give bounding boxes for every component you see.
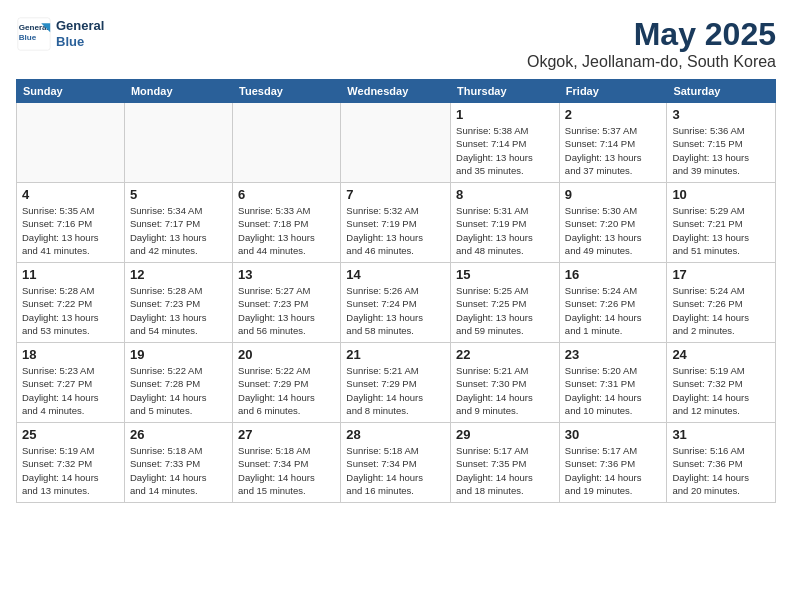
day-info: Sunrise: 5:16 AM Sunset: 7:36 PM Dayligh… xyxy=(672,444,770,497)
calendar-cell: 31Sunrise: 5:16 AM Sunset: 7:36 PM Dayli… xyxy=(667,423,776,503)
calendar-cell: 24Sunrise: 5:19 AM Sunset: 7:32 PM Dayli… xyxy=(667,343,776,423)
calendar-cell: 11Sunrise: 5:28 AM Sunset: 7:22 PM Dayli… xyxy=(17,263,125,343)
calendar-cell xyxy=(233,103,341,183)
calendar-cell xyxy=(124,103,232,183)
weekday-header-saturday: Saturday xyxy=(667,80,776,103)
day-number: 16 xyxy=(565,267,662,282)
calendar-cell: 13Sunrise: 5:27 AM Sunset: 7:23 PM Dayli… xyxy=(233,263,341,343)
week-row-1: 1Sunrise: 5:38 AM Sunset: 7:14 PM Daylig… xyxy=(17,103,776,183)
logo-blue: Blue xyxy=(56,34,104,50)
day-number: 24 xyxy=(672,347,770,362)
weekday-header-tuesday: Tuesday xyxy=(233,80,341,103)
day-info: Sunrise: 5:32 AM Sunset: 7:19 PM Dayligh… xyxy=(346,204,445,257)
day-number: 28 xyxy=(346,427,445,442)
day-info: Sunrise: 5:22 AM Sunset: 7:28 PM Dayligh… xyxy=(130,364,227,417)
day-number: 11 xyxy=(22,267,119,282)
day-number: 13 xyxy=(238,267,335,282)
calendar-cell: 16Sunrise: 5:24 AM Sunset: 7:26 PM Dayli… xyxy=(559,263,667,343)
calendar-cell: 3Sunrise: 5:36 AM Sunset: 7:15 PM Daylig… xyxy=(667,103,776,183)
day-info: Sunrise: 5:37 AM Sunset: 7:14 PM Dayligh… xyxy=(565,124,662,177)
day-info: Sunrise: 5:29 AM Sunset: 7:21 PM Dayligh… xyxy=(672,204,770,257)
day-info: Sunrise: 5:31 AM Sunset: 7:19 PM Dayligh… xyxy=(456,204,554,257)
calendar-cell: 21Sunrise: 5:21 AM Sunset: 7:29 PM Dayli… xyxy=(341,343,451,423)
calendar-cell: 12Sunrise: 5:28 AM Sunset: 7:23 PM Dayli… xyxy=(124,263,232,343)
page-header: General Blue General Blue May 2025 Okgok… xyxy=(16,16,776,71)
calendar-cell: 22Sunrise: 5:21 AM Sunset: 7:30 PM Dayli… xyxy=(451,343,560,423)
calendar-cell: 2Sunrise: 5:37 AM Sunset: 7:14 PM Daylig… xyxy=(559,103,667,183)
day-info: Sunrise: 5:26 AM Sunset: 7:24 PM Dayligh… xyxy=(346,284,445,337)
calendar-cell: 29Sunrise: 5:17 AM Sunset: 7:35 PM Dayli… xyxy=(451,423,560,503)
week-row-5: 25Sunrise: 5:19 AM Sunset: 7:32 PM Dayli… xyxy=(17,423,776,503)
calendar-cell: 26Sunrise: 5:18 AM Sunset: 7:33 PM Dayli… xyxy=(124,423,232,503)
day-info: Sunrise: 5:22 AM Sunset: 7:29 PM Dayligh… xyxy=(238,364,335,417)
logo-general: General xyxy=(56,18,104,34)
logo-icon: General Blue xyxy=(16,16,52,52)
day-info: Sunrise: 5:35 AM Sunset: 7:16 PM Dayligh… xyxy=(22,204,119,257)
day-number: 9 xyxy=(565,187,662,202)
calendar-cell: 23Sunrise: 5:20 AM Sunset: 7:31 PM Dayli… xyxy=(559,343,667,423)
day-info: Sunrise: 5:33 AM Sunset: 7:18 PM Dayligh… xyxy=(238,204,335,257)
weekday-header-row: SundayMondayTuesdayWednesdayThursdayFrid… xyxy=(17,80,776,103)
day-number: 15 xyxy=(456,267,554,282)
day-number: 1 xyxy=(456,107,554,122)
day-number: 8 xyxy=(456,187,554,202)
subtitle: Okgok, Jeollanam-do, South Korea xyxy=(527,53,776,71)
week-row-4: 18Sunrise: 5:23 AM Sunset: 7:27 PM Dayli… xyxy=(17,343,776,423)
calendar-table: SundayMondayTuesdayWednesdayThursdayFrid… xyxy=(16,79,776,503)
day-info: Sunrise: 5:28 AM Sunset: 7:23 PM Dayligh… xyxy=(130,284,227,337)
day-number: 3 xyxy=(672,107,770,122)
calendar-cell: 15Sunrise: 5:25 AM Sunset: 7:25 PM Dayli… xyxy=(451,263,560,343)
calendar-cell: 28Sunrise: 5:18 AM Sunset: 7:34 PM Dayli… xyxy=(341,423,451,503)
day-number: 12 xyxy=(130,267,227,282)
day-info: Sunrise: 5:24 AM Sunset: 7:26 PM Dayligh… xyxy=(565,284,662,337)
day-number: 10 xyxy=(672,187,770,202)
calendar-cell: 14Sunrise: 5:26 AM Sunset: 7:24 PM Dayli… xyxy=(341,263,451,343)
logo: General Blue General Blue xyxy=(16,16,104,52)
calendar-cell: 25Sunrise: 5:19 AM Sunset: 7:32 PM Dayli… xyxy=(17,423,125,503)
day-number: 23 xyxy=(565,347,662,362)
day-info: Sunrise: 5:30 AM Sunset: 7:20 PM Dayligh… xyxy=(565,204,662,257)
week-row-3: 11Sunrise: 5:28 AM Sunset: 7:22 PM Dayli… xyxy=(17,263,776,343)
day-info: Sunrise: 5:19 AM Sunset: 7:32 PM Dayligh… xyxy=(22,444,119,497)
day-number: 4 xyxy=(22,187,119,202)
calendar-cell xyxy=(341,103,451,183)
calendar-cell: 18Sunrise: 5:23 AM Sunset: 7:27 PM Dayli… xyxy=(17,343,125,423)
day-number: 5 xyxy=(130,187,227,202)
day-info: Sunrise: 5:17 AM Sunset: 7:36 PM Dayligh… xyxy=(565,444,662,497)
calendar-cell: 27Sunrise: 5:18 AM Sunset: 7:34 PM Dayli… xyxy=(233,423,341,503)
day-number: 27 xyxy=(238,427,335,442)
day-number: 25 xyxy=(22,427,119,442)
day-number: 22 xyxy=(456,347,554,362)
calendar-cell: 1Sunrise: 5:38 AM Sunset: 7:14 PM Daylig… xyxy=(451,103,560,183)
day-info: Sunrise: 5:17 AM Sunset: 7:35 PM Dayligh… xyxy=(456,444,554,497)
day-info: Sunrise: 5:24 AM Sunset: 7:26 PM Dayligh… xyxy=(672,284,770,337)
weekday-header-wednesday: Wednesday xyxy=(341,80,451,103)
day-number: 31 xyxy=(672,427,770,442)
day-number: 19 xyxy=(130,347,227,362)
calendar-cell: 9Sunrise: 5:30 AM Sunset: 7:20 PM Daylig… xyxy=(559,183,667,263)
day-number: 2 xyxy=(565,107,662,122)
calendar-cell: 8Sunrise: 5:31 AM Sunset: 7:19 PM Daylig… xyxy=(451,183,560,263)
svg-text:Blue: Blue xyxy=(19,33,37,42)
calendar-cell: 20Sunrise: 5:22 AM Sunset: 7:29 PM Dayli… xyxy=(233,343,341,423)
calendar-cell: 5Sunrise: 5:34 AM Sunset: 7:17 PM Daylig… xyxy=(124,183,232,263)
day-info: Sunrise: 5:19 AM Sunset: 7:32 PM Dayligh… xyxy=(672,364,770,417)
day-info: Sunrise: 5:21 AM Sunset: 7:30 PM Dayligh… xyxy=(456,364,554,417)
day-number: 14 xyxy=(346,267,445,282)
weekday-header-sunday: Sunday xyxy=(17,80,125,103)
calendar-cell: 17Sunrise: 5:24 AM Sunset: 7:26 PM Dayli… xyxy=(667,263,776,343)
day-info: Sunrise: 5:27 AM Sunset: 7:23 PM Dayligh… xyxy=(238,284,335,337)
weekday-header-friday: Friday xyxy=(559,80,667,103)
day-info: Sunrise: 5:38 AM Sunset: 7:14 PM Dayligh… xyxy=(456,124,554,177)
day-info: Sunrise: 5:34 AM Sunset: 7:17 PM Dayligh… xyxy=(130,204,227,257)
day-info: Sunrise: 5:21 AM Sunset: 7:29 PM Dayligh… xyxy=(346,364,445,417)
day-number: 18 xyxy=(22,347,119,362)
day-number: 6 xyxy=(238,187,335,202)
day-number: 29 xyxy=(456,427,554,442)
calendar-cell: 7Sunrise: 5:32 AM Sunset: 7:19 PM Daylig… xyxy=(341,183,451,263)
day-number: 20 xyxy=(238,347,335,362)
calendar-cell xyxy=(17,103,125,183)
main-title: May 2025 xyxy=(527,16,776,53)
day-number: 30 xyxy=(565,427,662,442)
day-number: 21 xyxy=(346,347,445,362)
